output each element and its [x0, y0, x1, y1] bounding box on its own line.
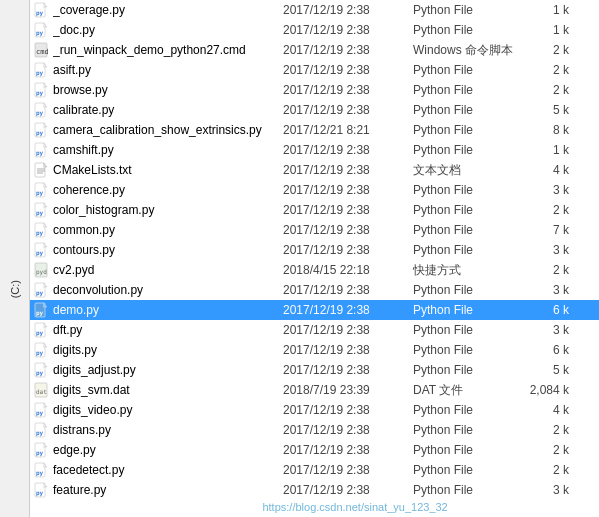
file-type-icon: py: [32, 142, 50, 158]
table-row[interactable]: dat digits_svm.dat 2018/7/19 23:39 DAT 文…: [30, 380, 599, 400]
file-type-icon: py: [32, 322, 50, 338]
table-row[interactable]: py digits.py 2017/12/19 2:38 Python File…: [30, 340, 599, 360]
table-row[interactable]: py feature.py 2017/12/19 2:38 Python Fil…: [30, 480, 599, 500]
table-row[interactable]: py digits_adjust.py 2017/12/19 2:38 Pyth…: [30, 360, 599, 380]
svg-text:py: py: [36, 69, 44, 77]
svg-text:py: py: [36, 289, 44, 297]
file-date: 2017/12/19 2:38: [283, 303, 413, 317]
svg-text:py: py: [36, 229, 44, 237]
file-size: 7 k: [513, 223, 573, 237]
file-name: distrans.py: [53, 423, 283, 437]
file-name: cv2.pyd: [53, 263, 283, 277]
table-row[interactable]: py dft.py 2017/12/19 2:38 Python File 3 …: [30, 320, 599, 340]
table-row[interactable]: py deconvolution.py 2017/12/19 2:38 Pyth…: [30, 280, 599, 300]
file-size: 3 k: [513, 483, 573, 497]
table-row[interactable]: pyd cv2.pyd 2018/4/15 22:18 快捷方式 2 k: [30, 260, 599, 280]
file-type: Python File: [413, 303, 513, 317]
table-row[interactable]: py demo.py 2017/12/19 2:38 Python File 6…: [30, 300, 599, 320]
file-date: 2017/12/19 2:38: [283, 223, 413, 237]
file-size: 4 k: [513, 403, 573, 417]
table-row[interactable]: py camera_calibration_show_extrinsics.py…: [30, 120, 599, 140]
table-row[interactable]: py camshift.py 2017/12/19 2:38 Python Fi…: [30, 140, 599, 160]
file-date: 2017/12/19 2:38: [283, 163, 413, 177]
file-date: 2017/12/19 2:38: [283, 323, 413, 337]
file-type: Python File: [413, 23, 513, 37]
file-type-icon: [32, 162, 50, 178]
file-date: 2017/12/19 2:38: [283, 83, 413, 97]
file-size: 3 k: [513, 243, 573, 257]
svg-text:py: py: [36, 9, 44, 17]
file-name: browse.py: [53, 83, 283, 97]
svg-text:py: py: [36, 329, 44, 337]
file-size: 8 k: [513, 123, 573, 137]
file-type-icon: py: [32, 62, 50, 78]
file-name: digits_adjust.py: [53, 363, 283, 377]
file-size: 1 k: [513, 23, 573, 37]
table-row[interactable]: cmd _run_winpack_demo_python27.cmd 2017/…: [30, 40, 599, 60]
file-type: Python File: [413, 203, 513, 217]
file-size: 1 k: [513, 3, 573, 17]
file-type: Python File: [413, 3, 513, 17]
svg-text:py: py: [36, 249, 44, 257]
file-type: 快捷方式: [413, 262, 513, 279]
table-row[interactable]: CMakeLists.txt 2017/12/19 2:38 文本文档 4 k: [30, 160, 599, 180]
file-size: 3 k: [513, 183, 573, 197]
table-row[interactable]: py contours.py 2017/12/19 2:38 Python Fi…: [30, 240, 599, 260]
file-type-icon: py: [32, 342, 50, 358]
file-type-icon: py: [32, 202, 50, 218]
svg-text:py: py: [36, 149, 44, 157]
file-type-icon: py: [32, 362, 50, 378]
file-date: 2017/12/19 2:38: [283, 443, 413, 457]
svg-text:py: py: [36, 209, 44, 217]
table-row[interactable]: py browse.py 2017/12/19 2:38 Python File…: [30, 80, 599, 100]
table-row[interactable]: py common.py 2017/12/19 2:38 Python File…: [30, 220, 599, 240]
file-type: Python File: [413, 123, 513, 137]
file-type-icon: py: [32, 442, 50, 458]
table-row[interactable]: py coherence.py 2017/12/19 2:38 Python F…: [30, 180, 599, 200]
svg-text:py: py: [36, 429, 44, 437]
table-row[interactable]: py _doc.py 2017/12/19 2:38 Python File 1…: [30, 20, 599, 40]
file-date: 2018/7/19 23:39: [283, 383, 413, 397]
file-type-icon: py: [32, 82, 50, 98]
file-type: Python File: [413, 363, 513, 377]
file-date: 2017/12/19 2:38: [283, 183, 413, 197]
table-row[interactable]: py _coverage.py 2017/12/19 2:38 Python F…: [30, 0, 599, 20]
file-size: 5 k: [513, 363, 573, 377]
file-type-icon: py: [32, 222, 50, 238]
file-date: 2017/12/19 2:38: [283, 463, 413, 477]
file-type-icon: py: [32, 122, 50, 138]
file-type-icon: cmd: [32, 42, 50, 58]
file-date: 2017/12/19 2:38: [283, 243, 413, 257]
main-panel: py _coverage.py 2017/12/19 2:38 Python F…: [30, 0, 599, 517]
file-type-icon: py: [32, 242, 50, 258]
file-size: 2 k: [513, 263, 573, 277]
svg-text:py: py: [36, 449, 44, 457]
svg-text:py: py: [36, 29, 44, 37]
file-type: Python File: [413, 183, 513, 197]
table-row[interactable]: py asift.py 2017/12/19 2:38 Python File …: [30, 60, 599, 80]
table-row[interactable]: py edge.py 2017/12/19 2:38 Python File 2…: [30, 440, 599, 460]
file-name: digits_video.py: [53, 403, 283, 417]
table-row[interactable]: py color_histogram.py 2017/12/19 2:38 Py…: [30, 200, 599, 220]
table-row[interactable]: py calibrate.py 2017/12/19 2:38 Python F…: [30, 100, 599, 120]
table-row[interactable]: py digits_video.py 2017/12/19 2:38 Pytho…: [30, 400, 599, 420]
file-name: contours.py: [53, 243, 283, 257]
file-type-icon: py: [32, 402, 50, 418]
file-type: Windows 命令脚本: [413, 42, 513, 59]
file-date: 2017/12/19 2:38: [283, 343, 413, 357]
file-name: feature.py: [53, 483, 283, 497]
file-size: 6 k: [513, 303, 573, 317]
file-date: 2017/12/19 2:38: [283, 43, 413, 57]
file-date: 2017/12/19 2:38: [283, 363, 413, 377]
file-type: Python File: [413, 63, 513, 77]
file-name: deconvolution.py: [53, 283, 283, 297]
file-type: Python File: [413, 403, 513, 417]
svg-text:py: py: [36, 349, 44, 357]
file-name: facedetect.py: [53, 463, 283, 477]
file-list[interactable]: py _coverage.py 2017/12/19 2:38 Python F…: [30, 0, 599, 517]
table-row[interactable]: py facedetect.py 2017/12/19 2:38 Python …: [30, 460, 599, 480]
file-name: demo.py: [53, 303, 283, 317]
table-row[interactable]: py distrans.py 2017/12/19 2:38 Python Fi…: [30, 420, 599, 440]
file-date: 2017/12/19 2:38: [283, 143, 413, 157]
file-date: 2017/12/19 2:38: [283, 483, 413, 497]
